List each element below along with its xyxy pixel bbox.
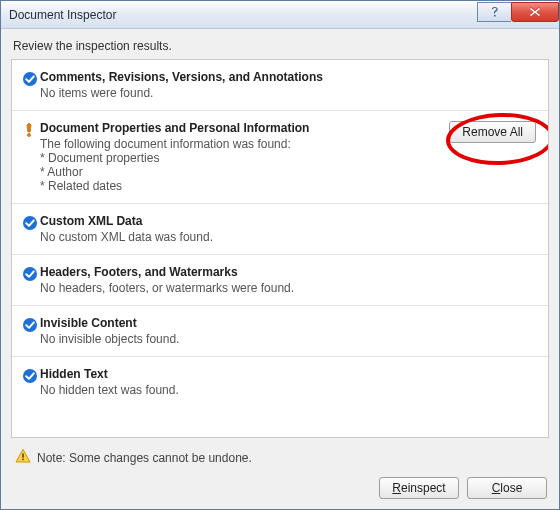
svg-rect-6 <box>22 454 24 458</box>
section-line: * Related dates <box>40 179 441 193</box>
section-desc: No hidden text was found. <box>40 383 536 397</box>
instruction-text: Review the inspection results. <box>13 39 549 53</box>
section-headers: Headers, Footers, and Watermarks No head… <box>12 255 548 306</box>
svg-point-3 <box>23 267 37 281</box>
reinspect-button[interactable]: Reinspect <box>379 477 459 499</box>
svg-rect-7 <box>22 459 24 461</box>
section-body: Document Properties and Personal Informa… <box>40 121 441 193</box>
footer-note-text: Note: Some changes cannot be undone. <box>37 451 252 465</box>
section-title: Hidden Text <box>40 367 536 381</box>
section-title: Custom XML Data <box>40 214 536 228</box>
section-line: * Document properties <box>40 151 441 165</box>
help-button[interactable] <box>477 2 511 22</box>
footer-note: Note: Some changes cannot be undone. <box>11 438 549 471</box>
section-docprops: Document Properties and Personal Informa… <box>12 111 548 204</box>
client-area: Review the inspection results. Comments,… <box>1 29 559 509</box>
svg-point-4 <box>23 318 37 332</box>
section-desc: No headers, footers, or watermarks were … <box>40 281 536 295</box>
section-desc: No custom XML data was found. <box>40 230 536 244</box>
section-desc: The following document information was f… <box>40 137 441 151</box>
svg-point-2 <box>23 216 37 230</box>
window-controls <box>477 2 559 22</box>
section-customxml: Custom XML Data No custom XML data was f… <box>12 204 548 255</box>
window-title: Document Inspector <box>9 8 477 22</box>
check-icon <box>22 316 40 346</box>
section-title: Invisible Content <box>40 316 536 330</box>
check-icon <box>22 70 40 100</box>
alert-icon <box>22 121 40 193</box>
section-body: Custom XML Data No custom XML data was f… <box>40 214 536 244</box>
section-title: Headers, Footers, and Watermarks <box>40 265 536 279</box>
section-body: Invisible Content No invisible objects f… <box>40 316 536 346</box>
window-close-button[interactable] <box>511 2 559 22</box>
title-bar: Document Inspector <box>1 1 559 29</box>
section-title: Comments, Revisions, Versions, and Annot… <box>40 70 536 84</box>
svg-point-0 <box>23 72 37 86</box>
results-panel: Comments, Revisions, Versions, and Annot… <box>11 59 549 438</box>
section-desc: No items were found. <box>40 86 536 100</box>
close-button[interactable]: Close <box>467 477 547 499</box>
section-body: Comments, Revisions, Versions, and Annot… <box>40 70 536 100</box>
section-hiddentext: Hidden Text No hidden text was found. <box>12 357 548 407</box>
section-body: Headers, Footers, and Watermarks No head… <box>40 265 536 295</box>
section-body: Hidden Text No hidden text was found. <box>40 367 536 397</box>
svg-point-5 <box>23 369 37 383</box>
footer-buttons: Reinspect Close <box>11 471 549 499</box>
check-icon <box>22 214 40 244</box>
dialog-window: Document Inspector Review the inspection… <box>0 0 560 510</box>
section-comments: Comments, Revisions, Versions, and Annot… <box>12 60 548 111</box>
section-invisible: Invisible Content No invisible objects f… <box>12 306 548 357</box>
section-actions: Remove All <box>441 121 536 193</box>
remove-all-button[interactable]: Remove All <box>449 121 536 143</box>
section-desc: No invisible objects found. <box>40 332 536 346</box>
check-icon <box>22 265 40 295</box>
help-icon <box>490 6 500 18</box>
close-icon <box>529 7 541 17</box>
section-title: Document Properties and Personal Informa… <box>40 121 441 135</box>
section-line: * Author <box>40 165 441 179</box>
svg-point-1 <box>27 133 30 136</box>
check-icon <box>22 367 40 397</box>
warning-icon <box>15 448 31 467</box>
